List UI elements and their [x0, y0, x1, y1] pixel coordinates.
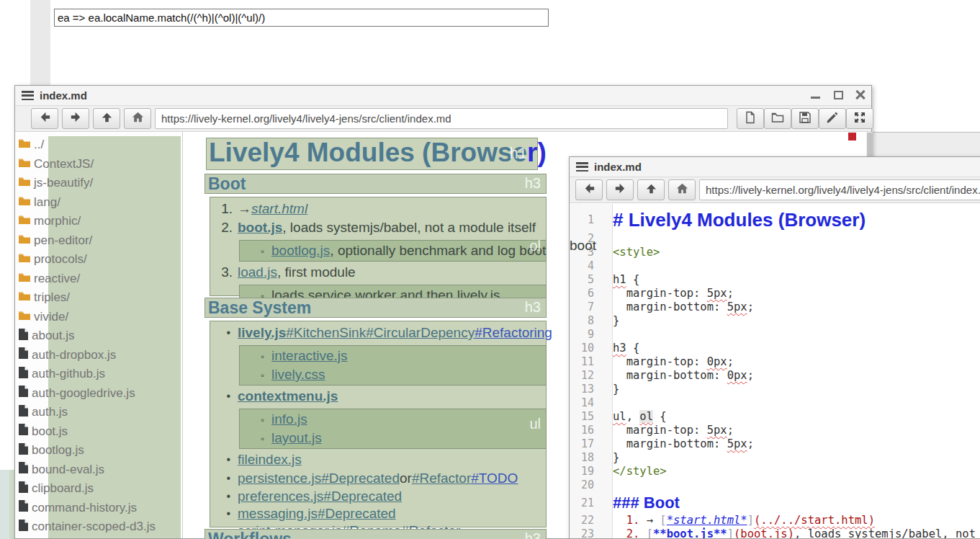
sidebar-item-protocols[interactable]: protocols/ — [15, 250, 182, 270]
code-line[interactable]: 9 — [570, 328, 980, 342]
up-button[interactable] — [637, 179, 665, 200]
code-line[interactable]: 18} — [570, 451, 980, 465]
title-bar[interactable]: index.md — [570, 157, 980, 177]
new-file-button[interactable] — [737, 108, 764, 129]
code-line[interactable]: 23 2. [**boot.js**](boot.js), loads syst… — [570, 527, 980, 538]
sidebar-item-container-scoped-d3.js[interactable]: container-scoped-d3.js — [15, 517, 182, 537]
content-link[interactable]: persistence.js — [238, 471, 321, 486]
content-link[interactable]: lively.css — [271, 367, 325, 383]
code-line[interactable]: 3<style> — [570, 246, 980, 259]
sidebar-item-bound-eval.js[interactable]: bound-eval.js — [15, 460, 182, 480]
content-link[interactable]: #Refactoring — [475, 325, 552, 341]
url-field[interactable]: https://lively-kernel.org/lively4/lively… — [155, 108, 728, 129]
content-link[interactable]: #Deprecated — [318, 506, 396, 522]
code-line[interactable]: 13} — [570, 383, 980, 396]
sidebar-item-bootlog.js[interactable]: bootlog.js — [15, 441, 182, 460]
code-line[interactable]: 12 margin-bottom: 0px; — [570, 369, 980, 383]
content-link[interactable]: #TODO — [471, 471, 518, 486]
back-button[interactable] — [31, 108, 58, 129]
sidebar-item-command-history.js[interactable]: command-history.js — [15, 499, 182, 518]
sidebar-item-auth.js[interactable]: auth.js — [15, 403, 182, 422]
code-line[interactable]: 14 — [570, 396, 980, 410]
title-bar[interactable]: index.md — [15, 86, 871, 106]
sidebar-item-boot.js[interactable]: boot.js — [15, 422, 182, 442]
sidebar-item-lang[interactable]: lang/ — [15, 193, 182, 213]
home-icon — [131, 110, 145, 127]
file-name: vivide/ — [34, 310, 68, 324]
sidebar-item-auth-googledrive.js[interactable]: auth-googledrive.js — [15, 384, 182, 404]
url-field[interactable]: https://lively-kernel.org/lively4/lively… — [699, 179, 980, 200]
home-button[interactable] — [668, 179, 696, 200]
line-number: 16 — [570, 424, 603, 437]
code-line[interactable]: 8} — [570, 314, 980, 328]
back-button[interactable] — [575, 179, 603, 200]
content-link[interactable]: #KitchenSink — [286, 325, 366, 341]
content-link[interactable]: interactive.js — [271, 348, 348, 364]
code-token: **boot.js** — [653, 527, 727, 538]
content-link[interactable]: boot.js — [238, 220, 282, 236]
save-button[interactable] — [791, 108, 819, 129]
content-link[interactable]: lively.js — [238, 325, 286, 341]
sidebar-item-reactive[interactable]: reactive/ — [15, 270, 182, 289]
code-line[interactable]: 4 — [570, 259, 980, 273]
sidebar-item-auth-github.js[interactable]: auth-github.js — [15, 365, 182, 384]
sidebar-item-js-beautify[interactable]: js-beautify/ — [15, 174, 182, 193]
code-line[interactable]: 19</style> — [570, 465, 980, 478]
fullscreen-button[interactable] — [846, 108, 873, 129]
content-link[interactable]: #Refactor — [412, 471, 471, 486]
sidebar-item-..[interactable]: ../ — [15, 135, 182, 155]
close-button[interactable] — [853, 89, 868, 102]
sidebar-item-morphic[interactable]: morphic/ — [15, 212, 182, 231]
open-folder-button[interactable] — [764, 108, 791, 129]
window-menu-icon[interactable] — [22, 91, 34, 101]
content-link[interactable]: #CircularDepency — [366, 325, 475, 341]
sidebar-item-vivide[interactable]: vivide/ — [15, 308, 182, 327]
code-line[interactable]: 15ul, ol { — [570, 410, 980, 424]
forward-button[interactable] — [62, 108, 89, 129]
content-link[interactable]: fileindex.js — [238, 452, 302, 468]
code-line[interactable]: 2 — [570, 232, 980, 246]
content-link[interactable]: preferences.js — [238, 489, 323, 504]
list-number: 2. — [210, 220, 238, 236]
content-link[interactable]: layout.js — [271, 430, 322, 446]
content-link[interactable]: info.js — [271, 411, 307, 427]
code-line[interactable]: 17 margin-bottom: 5px; — [570, 437, 980, 451]
code-token: margin-bottom: — [613, 369, 727, 382]
code-token: margin-top: — [613, 355, 707, 368]
up-button[interactable] — [93, 108, 120, 129]
code-line[interactable]: 5h1 { — [570, 273, 980, 287]
code-line[interactable]: 7 margin-bottom: 5px; — [570, 300, 980, 314]
maximize-button[interactable] — [832, 89, 846, 102]
content-link[interactable]: #Deprecated — [323, 489, 402, 504]
code-line[interactable]: 22 1. → [*start.html*](../../start.html) — [570, 514, 980, 527]
code-editor[interactable]: 1# Lively4 Modules (Browser)23<style>45h… — [570, 204, 980, 538]
code-line[interactable]: 11 margin-top: 0px; — [570, 355, 980, 369]
save-icon — [798, 110, 812, 128]
sidebar-item-triples[interactable]: triples/ — [15, 288, 182, 308]
home-button[interactable] — [124, 108, 151, 129]
probe-expression-input[interactable] — [54, 9, 549, 27]
sidebar-item-ContextJS[interactable]: ContextJS/ — [15, 155, 182, 174]
content-link[interactable]: bootlog.js — [271, 243, 330, 259]
content-link[interactable]: start.html — [251, 201, 307, 217]
window-menu-icon[interactable] — [576, 162, 588, 172]
forward-button[interactable] — [606, 179, 634, 200]
content-link[interactable]: load.js — [238, 264, 277, 280]
sidebar-item-about.js[interactable]: about.js — [15, 326, 182, 346]
code-line[interactable]: 10h3 { — [570, 342, 980, 355]
sidebar-item-pen-editor[interactable]: pen-editor/ — [15, 231, 182, 251]
code-line[interactable]: 16 margin-top: 5px; — [570, 424, 980, 437]
sidebar-item-auth-dropbox.js[interactable]: auth-dropbox.js — [15, 346, 182, 365]
content-link[interactable]: #Deprecated — [321, 471, 400, 486]
minimize-button[interactable] — [809, 89, 823, 102]
edit-button[interactable] — [819, 108, 846, 129]
sidebar-item-clipboard.js[interactable]: clipboard.js — [15, 479, 182, 499]
content-link[interactable]: contextmenu.js — [238, 388, 338, 404]
code-line[interactable]: 20 — [570, 478, 980, 492]
code-line[interactable]: 1# Lively4 Modules (Browser) — [570, 208, 980, 232]
code-line[interactable]: 21### Boot — [570, 492, 980, 514]
code-line[interactable]: 6 margin-top: 5px; — [570, 287, 980, 300]
content-link[interactable]: messaging.js — [238, 506, 318, 522]
folder-icon — [19, 214, 34, 228]
h3-highlight-box: Base Systemh3 — [204, 298, 547, 318]
